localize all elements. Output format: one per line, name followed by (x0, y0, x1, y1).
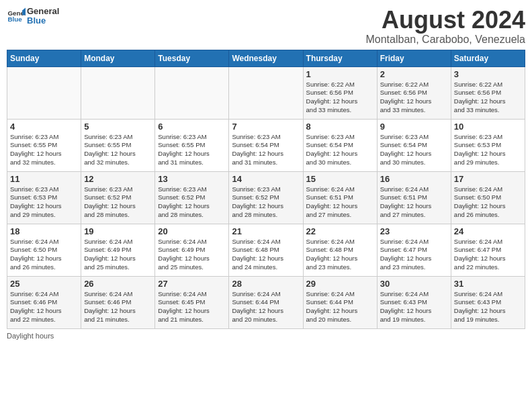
day-info: Sunrise: 6:24 AM Sunset: 6:45 PM Dayligh… (158, 290, 226, 324)
calendar-cell: 31Sunrise: 6:24 AM Sunset: 6:43 PM Dayli… (451, 276, 525, 328)
day-info: Sunrise: 6:24 AM Sunset: 6:46 PM Dayligh… (84, 290, 152, 324)
day-info: Sunrise: 6:22 AM Sunset: 6:56 PM Dayligh… (380, 81, 448, 115)
header-day-tuesday: Tuesday (155, 50, 229, 66)
calendar-cell: 6Sunrise: 6:23 AM Sunset: 6:55 PM Daylig… (155, 119, 229, 171)
svg-text:Blue: Blue (7, 16, 22, 24)
day-number: 17 (454, 174, 522, 184)
header-day-thursday: Thursday (303, 50, 377, 66)
calendar-cell: 12Sunrise: 6:23 AM Sunset: 6:52 PM Dayli… (81, 171, 155, 224)
day-info: Sunrise: 6:23 AM Sunset: 6:53 PM Dayligh… (454, 133, 522, 167)
calendar-table: SundayMondayTuesdayWednesdayThursdayFrid… (7, 50, 525, 329)
day-info: Sunrise: 6:24 AM Sunset: 6:44 PM Dayligh… (306, 290, 374, 324)
day-number: 14 (232, 174, 300, 184)
day-number: 28 (232, 279, 300, 289)
day-info: Sunrise: 6:24 AM Sunset: 6:51 PM Dayligh… (306, 185, 374, 220)
day-info: Sunrise: 6:24 AM Sunset: 6:49 PM Dayligh… (84, 238, 152, 272)
calendar-cell: 15Sunrise: 6:24 AM Sunset: 6:51 PM Dayli… (303, 171, 377, 224)
day-number: 30 (380, 279, 448, 289)
header-day-saturday: Saturday (451, 50, 525, 66)
day-info: Sunrise: 6:24 AM Sunset: 6:50 PM Dayligh… (454, 185, 522, 220)
page-header: General Blue General Blue August 2024 Mo… (7, 7, 525, 46)
day-number: 3 (454, 69, 522, 79)
calendar-cell: 2Sunrise: 6:22 AM Sunset: 6:56 PM Daylig… (377, 66, 451, 119)
day-number: 8 (306, 122, 374, 132)
calendar-cell: 24Sunrise: 6:24 AM Sunset: 6:47 PM Dayli… (451, 224, 525, 276)
day-number: 31 (454, 279, 522, 289)
day-number: 9 (380, 122, 448, 132)
day-info: Sunrise: 6:24 AM Sunset: 6:48 PM Dayligh… (232, 238, 300, 272)
header-day-sunday: Sunday (7, 50, 81, 66)
day-info: Sunrise: 6:24 AM Sunset: 6:44 PM Dayligh… (232, 290, 300, 324)
calendar-cell: 17Sunrise: 6:24 AM Sunset: 6:50 PM Dayli… (451, 171, 525, 224)
calendar-cell (7, 66, 81, 119)
day-info: Sunrise: 6:23 AM Sunset: 6:55 PM Dayligh… (10, 133, 78, 167)
day-number: 6 (158, 122, 226, 132)
calendar-cell: 27Sunrise: 6:24 AM Sunset: 6:45 PM Dayli… (155, 276, 229, 328)
day-info: Sunrise: 6:23 AM Sunset: 6:52 PM Dayligh… (158, 185, 226, 220)
logo-text-blue: Blue (27, 16, 59, 26)
calendar-cell: 21Sunrise: 6:24 AM Sunset: 6:48 PM Dayli… (229, 224, 303, 276)
day-number: 21 (232, 226, 300, 236)
week-row-1: 1Sunrise: 6:22 AM Sunset: 6:56 PM Daylig… (7, 66, 525, 119)
calendar-cell: 5Sunrise: 6:23 AM Sunset: 6:55 PM Daylig… (81, 119, 155, 171)
calendar-cell: 10Sunrise: 6:23 AM Sunset: 6:53 PM Dayli… (451, 119, 525, 171)
title-block: August 2024 Montalban, Carabobo, Venezue… (365, 7, 525, 46)
calendar-cell: 30Sunrise: 6:24 AM Sunset: 6:43 PM Dayli… (377, 276, 451, 328)
day-info: Sunrise: 6:22 AM Sunset: 6:56 PM Dayligh… (306, 81, 374, 115)
header-day-monday: Monday (81, 50, 155, 66)
calendar-cell: 22Sunrise: 6:24 AM Sunset: 6:48 PM Dayli… (303, 224, 377, 276)
calendar-cell (155, 66, 229, 119)
day-number: 10 (454, 122, 522, 132)
calendar-cell: 16Sunrise: 6:24 AM Sunset: 6:51 PM Dayli… (377, 171, 451, 224)
day-info: Sunrise: 6:22 AM Sunset: 6:56 PM Dayligh… (454, 81, 522, 115)
calendar-cell: 8Sunrise: 6:23 AM Sunset: 6:54 PM Daylig… (303, 119, 377, 171)
day-number: 27 (158, 279, 226, 289)
week-row-4: 18Sunrise: 6:24 AM Sunset: 6:50 PM Dayli… (7, 224, 525, 276)
day-number: 24 (454, 226, 522, 236)
day-info: Sunrise: 6:24 AM Sunset: 6:50 PM Dayligh… (10, 238, 78, 272)
day-number: 1 (306, 69, 374, 79)
day-info: Sunrise: 6:23 AM Sunset: 6:52 PM Dayligh… (232, 185, 300, 220)
calendar-cell: 7Sunrise: 6:23 AM Sunset: 6:54 PM Daylig… (229, 119, 303, 171)
calendar-cell: 25Sunrise: 6:24 AM Sunset: 6:46 PM Dayli… (7, 276, 81, 328)
calendar-cell: 26Sunrise: 6:24 AM Sunset: 6:46 PM Dayli… (81, 276, 155, 328)
calendar-cell: 11Sunrise: 6:23 AM Sunset: 6:53 PM Dayli… (7, 171, 81, 224)
week-row-5: 25Sunrise: 6:24 AM Sunset: 6:46 PM Dayli… (7, 276, 525, 328)
calendar-cell: 14Sunrise: 6:23 AM Sunset: 6:52 PM Dayli… (229, 171, 303, 224)
calendar-cell: 23Sunrise: 6:24 AM Sunset: 6:47 PM Dayli… (377, 224, 451, 276)
day-number: 19 (84, 226, 152, 236)
day-info: Sunrise: 6:24 AM Sunset: 6:47 PM Dayligh… (380, 238, 448, 272)
calendar-body: 1Sunrise: 6:22 AM Sunset: 6:56 PM Daylig… (7, 66, 525, 328)
calendar-cell: 18Sunrise: 6:24 AM Sunset: 6:50 PM Dayli… (7, 224, 81, 276)
calendar-subtitle: Montalban, Carabobo, Venezuela (365, 34, 525, 46)
day-number: 22 (306, 226, 374, 236)
day-number: 29 (306, 279, 374, 289)
calendar-title: August 2024 (365, 7, 525, 34)
day-info: Sunrise: 6:23 AM Sunset: 6:55 PM Dayligh… (84, 133, 152, 167)
calendar-cell: 1Sunrise: 6:22 AM Sunset: 6:56 PM Daylig… (303, 66, 377, 119)
day-number: 16 (380, 174, 448, 184)
calendar-cell (81, 66, 155, 119)
day-info: Sunrise: 6:23 AM Sunset: 6:52 PM Dayligh… (84, 185, 152, 220)
calendar-cell: 4Sunrise: 6:23 AM Sunset: 6:55 PM Daylig… (7, 119, 81, 171)
day-number: 12 (84, 174, 152, 184)
calendar-cell: 19Sunrise: 6:24 AM Sunset: 6:49 PM Dayli… (81, 224, 155, 276)
day-number: 18 (10, 226, 78, 236)
day-number: 11 (10, 174, 78, 184)
logo: General Blue General Blue (7, 7, 59, 26)
header-day-friday: Friday (377, 50, 451, 66)
week-row-2: 4Sunrise: 6:23 AM Sunset: 6:55 PM Daylig… (7, 119, 525, 171)
calendar-cell: 9Sunrise: 6:23 AM Sunset: 6:54 PM Daylig… (377, 119, 451, 171)
week-row-3: 11Sunrise: 6:23 AM Sunset: 6:53 PM Dayli… (7, 171, 525, 224)
calendar-cell: 28Sunrise: 6:24 AM Sunset: 6:44 PM Dayli… (229, 276, 303, 328)
logo-text-general: General (27, 7, 59, 16)
day-info: Sunrise: 6:24 AM Sunset: 6:48 PM Dayligh… (306, 238, 374, 272)
day-info: Sunrise: 6:23 AM Sunset: 6:53 PM Dayligh… (10, 185, 78, 220)
day-info: Sunrise: 6:23 AM Sunset: 6:54 PM Dayligh… (232, 133, 300, 167)
calendar-cell: 20Sunrise: 6:24 AM Sunset: 6:49 PM Dayli… (155, 224, 229, 276)
day-info: Sunrise: 6:24 AM Sunset: 6:46 PM Dayligh… (10, 290, 78, 324)
day-number: 13 (158, 174, 226, 184)
day-info: Sunrise: 6:24 AM Sunset: 6:49 PM Dayligh… (158, 238, 226, 272)
day-number: 20 (158, 226, 226, 236)
calendar-cell: 13Sunrise: 6:23 AM Sunset: 6:52 PM Dayli… (155, 171, 229, 224)
